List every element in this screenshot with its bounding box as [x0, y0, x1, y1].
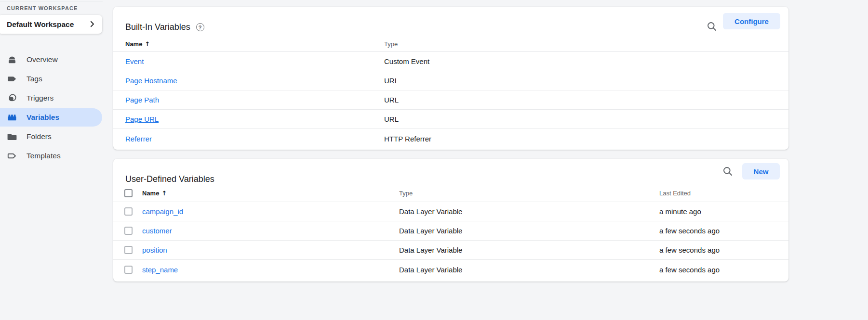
variable-type: Custom Event [384, 57, 429, 65]
user-defined-variables-title: User-Defined Variables [125, 174, 214, 184]
table-row: campaign_id Data Layer Variable a minute… [113, 202, 788, 221]
sidebar-item-label: Templates [27, 152, 61, 160]
variable-type: URL [384, 115, 399, 123]
sidebar-item-tags[interactable]: Tags [0, 69, 102, 89]
builtin-variables-card: Built-In Variables ? Configure Name↑ Typ… [113, 7, 788, 150]
table-row: customer Data Layer Variable a few secon… [113, 221, 788, 241]
help-icon[interactable]: ? [196, 23, 204, 31]
sidebar-item-label: Variables [27, 113, 59, 122]
sidebar-item-overview[interactable]: Overview [0, 50, 102, 69]
last-edited-value: a few seconds ago [659, 227, 720, 235]
variable-type: HTTP Referrer [384, 135, 431, 143]
column-header-name[interactable]: Name↑ [125, 40, 150, 48]
variable-link[interactable]: position [142, 246, 167, 254]
table-header-row: Name↑ Type [113, 37, 788, 52]
variable-type: Data Layer Variable [399, 266, 462, 274]
tag-icon [7, 74, 17, 84]
variable-link[interactable]: campaign_id [142, 207, 183, 216]
sidebar-item-label: Triggers [27, 94, 53, 102]
search-icon[interactable] [707, 21, 717, 32]
variable-link[interactable]: Page URL [125, 115, 159, 123]
table-header-row: Name↑ Type Last Edited [113, 185, 788, 202]
user-defined-variables-card: User-Defined Variables New Name↑ Type La… [113, 159, 788, 282]
configure-button[interactable]: Configure [723, 13, 780, 29]
variable-type: Data Layer Variable [399, 227, 462, 235]
template-icon [7, 151, 17, 161]
sort-ascending-icon: ↑ [145, 40, 150, 48]
user-defined-variables-table: Name↑ Type Last Edited campaign_id Data … [113, 185, 788, 279]
select-all-checkbox[interactable] [124, 189, 133, 197]
variable-link[interactable]: Page Path [125, 96, 159, 104]
builtin-variables-table: Name↑ Type Event Custom Event Page Hostn… [113, 37, 788, 148]
builtin-variables-title: Built-In Variables ? [125, 22, 204, 32]
column-header-name[interactable]: Name↑ [142, 190, 167, 197]
table-row: Event Custom Event [113, 52, 788, 71]
sidebar: CURRENT WORKSPACE Default Workspace Over… [0, 0, 103, 320]
sort-ascending-icon: ↑ [161, 190, 167, 197]
gtm-variables-page: CURRENT WORKSPACE Default Workspace Over… [0, 0, 868, 320]
table-row: position Data Layer Variable a few secon… [113, 241, 788, 260]
last-edited-value: a few seconds ago [659, 246, 720, 254]
last-edited-value: a few seconds ago [659, 266, 720, 274]
sidebar-item-variables[interactable]: Variables [0, 108, 102, 127]
table-row: Referrer HTTP Referrer [113, 129, 788, 148]
variables-brick-icon [7, 112, 17, 123]
column-header-type[interactable]: Type [384, 40, 398, 48]
variable-type: URL [384, 77, 399, 85]
table-row: Page Hostname URL [113, 71, 788, 90]
new-variable-button[interactable]: New [742, 163, 780, 179]
table-row: Page URL URL [113, 110, 788, 129]
column-header-last-edited[interactable]: Last Edited [659, 190, 691, 197]
sidebar-item-label: Overview [27, 55, 58, 64]
table-row: Page Path URL [113, 90, 788, 110]
row-checkbox[interactable] [124, 227, 133, 235]
table-row: step_name Data Layer Variable a few seco… [113, 260, 788, 279]
overview-icon [7, 54, 17, 65]
variable-link[interactable]: customer [142, 227, 172, 235]
row-checkbox[interactable] [124, 207, 133, 216]
chevron-right-icon [88, 20, 96, 28]
variable-link[interactable]: step_name [142, 266, 178, 274]
variable-type: Data Layer Variable [399, 246, 462, 254]
sidebar-item-folders[interactable]: Folders [0, 127, 102, 146]
folder-icon [7, 131, 17, 142]
trigger-icon [7, 93, 17, 103]
sidebar-item-label: Tags [27, 75, 42, 83]
sidebar-nav: Overview Tags Triggers Variables [0, 50, 103, 166]
sidebar-item-templates[interactable]: Templates [0, 146, 102, 166]
sidebar-top-divider [0, 1, 103, 1]
sidebar-item-label: Folders [27, 132, 52, 141]
variable-type: URL [384, 96, 399, 104]
workspace-selector[interactable]: Default Workspace [0, 15, 102, 34]
last-edited-value: a minute ago [659, 207, 701, 216]
search-icon[interactable] [722, 166, 733, 177]
sidebar-item-triggers[interactable]: Triggers [0, 89, 102, 108]
row-checkbox[interactable] [124, 266, 133, 274]
variable-link[interactable]: Referrer [125, 135, 152, 143]
current-workspace-label: CURRENT WORKSPACE [7, 5, 78, 11]
workspace-name: Default Workspace [7, 20, 74, 29]
column-header-type[interactable]: Type [399, 190, 413, 197]
row-checkbox[interactable] [124, 246, 133, 254]
variable-link[interactable]: Event [125, 57, 144, 65]
variable-link[interactable]: Page Hostname [125, 77, 177, 85]
variable-type: Data Layer Variable [399, 207, 462, 216]
